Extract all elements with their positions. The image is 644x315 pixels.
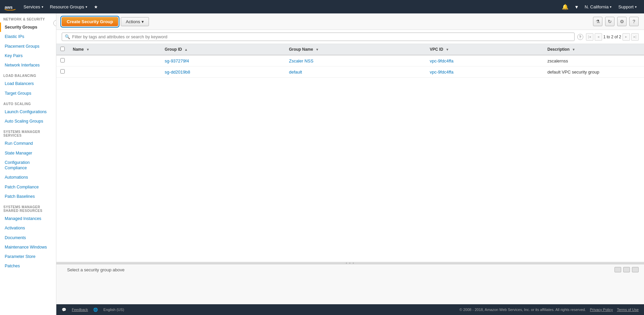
cell-description: default VPC security group xyxy=(543,66,644,78)
cell-group-name[interactable]: Zscaler NSS xyxy=(285,55,426,66)
search-input-wrap: 🔍 xyxy=(62,33,575,41)
table-row[interactable]: sg-dd2019b8defaultvpc-9fdc4ffadefault VP… xyxy=(56,66,644,78)
name-sort-icon: ▼ xyxy=(86,48,90,51)
col-group-name-label: Group Name xyxy=(289,47,313,52)
detail-view-icon-1[interactable] xyxy=(614,267,621,272)
sidebar-item-run-command[interactable]: Run Command xyxy=(0,139,56,148)
search-bar: 🔍 ? |◂ ◂ 1 to 2 of 2 ▸ ▸| xyxy=(56,30,644,44)
refresh-icon-btn[interactable]: ↻ xyxy=(605,17,614,26)
col-name[interactable]: Name ▼ xyxy=(69,44,161,55)
cell-group-id[interactable]: sg-dd2019b8 xyxy=(161,66,285,78)
sidebar-section-label: AUTO SCALING xyxy=(0,98,56,107)
actions-button[interactable]: Actions ▾ xyxy=(121,17,149,26)
sidebar-item-patches[interactable]: Patches xyxy=(0,261,56,271)
sidebar-item-network-interfaces[interactable]: Network Interfaces xyxy=(0,60,56,70)
sidebar-item-patch-baselines[interactable]: Patch Baselines xyxy=(0,192,56,201)
sidebar-item-target-groups[interactable]: Target Groups xyxy=(0,89,56,98)
pagination-text: 1 to 2 of 2 xyxy=(603,35,621,39)
sidebar-item-launch-configs[interactable]: Launch Configurations xyxy=(0,107,56,117)
nav-region[interactable]: N. California ▾ xyxy=(581,0,615,13)
search-help-icon[interactable]: ? xyxy=(577,34,583,40)
table-row[interactable]: sg-937279f4Zscaler NSSvpc-9fdc4ffazscale… xyxy=(56,55,644,66)
sidebar-item-security-groups[interactable]: Security Groups xyxy=(0,22,56,32)
pagination-last-btn[interactable]: ▸| xyxy=(631,33,639,41)
col-group-id[interactable]: Group ID ▲ xyxy=(161,44,285,55)
pagination-first-btn[interactable]: |◂ xyxy=(586,33,593,41)
help-icon-btn[interactable]: ? xyxy=(629,17,639,26)
detail-view-icon-3[interactable] xyxy=(632,267,639,272)
bookmark-icon: ★ xyxy=(94,4,98,9)
toolbar-icons: ⚗ ↻ ⚙ ? xyxy=(593,17,639,26)
col-group-name[interactable]: Group Name ▼ xyxy=(285,44,426,55)
sidebar-section-label: LOAD BALANCING xyxy=(0,70,56,79)
sidebar-item-automations[interactable]: Automations xyxy=(0,173,56,182)
sidebar-item-state-manager[interactable]: State Manager xyxy=(0,148,56,158)
select-all-checkbox[interactable] xyxy=(60,47,65,51)
sidebar-section-label: NETWORK & SECURITY xyxy=(0,13,56,22)
sidebar-item-key-pairs[interactable]: Key Pairs xyxy=(0,51,56,60)
top-nav: aws Services ▾ Resource Groups ▾ ★ 🔔 ▾ N… xyxy=(0,0,644,13)
sidebar-item-activations[interactable]: Activations xyxy=(0,223,56,233)
sidebar-section-label: SYSTEMS MANAGER SHARED RESOURCES xyxy=(0,201,56,214)
sidebar-item-documents[interactable]: Documents xyxy=(0,233,56,242)
col-description-label: Description xyxy=(547,47,570,52)
sidebar-item-maintenance-windows[interactable]: Maintenance Windows xyxy=(0,242,56,252)
flask-icon-btn[interactable]: ⚗ xyxy=(593,17,602,26)
layout: ‹ NETWORK & SECURITYSecurity GroupsElast… xyxy=(0,13,644,315)
sidebar-item-parameter-store[interactable]: Parameter Store xyxy=(0,252,56,261)
header-checkbox-col xyxy=(56,44,69,55)
globe-icon: 🌐 xyxy=(93,308,98,312)
nav-resource-groups[interactable]: Resource Groups ▾ xyxy=(47,0,91,13)
privacy-policy-link[interactable]: Privacy Policy xyxy=(590,308,613,312)
sidebar-item-placement-groups[interactable]: Placement Groups xyxy=(0,42,56,51)
row-checkbox[interactable] xyxy=(60,58,65,62)
nav-chevron-down[interactable]: ▾ xyxy=(572,0,581,13)
sidebar-item-load-balancers[interactable]: Load Balancers xyxy=(0,79,56,88)
settings-icon-btn[interactable]: ⚙ xyxy=(617,17,627,26)
row-checkbox-cell xyxy=(56,66,69,78)
group-id-sort-icon: ▲ xyxy=(184,48,188,51)
detail-panel: Select a security group above xyxy=(56,264,644,304)
group-name-sort-icon: ▼ xyxy=(316,48,319,51)
vpc-id-sort-icon: ▼ xyxy=(446,48,449,51)
support-chevron-icon: ▾ xyxy=(635,5,637,9)
terms-of-use-link[interactable]: Terms of Use xyxy=(617,308,639,312)
nav-services[interactable]: Services ▾ xyxy=(20,0,47,13)
pagination-next-btn[interactable]: ▸ xyxy=(623,33,630,41)
sidebar: ‹ NETWORK & SECURITYSecurity GroupsElast… xyxy=(0,13,56,315)
sidebar-item-managed-instances[interactable]: Managed Instances xyxy=(0,214,56,223)
nav-bookmark[interactable]: ★ xyxy=(91,0,101,13)
sidebar-item-auto-scaling-groups[interactable]: Auto Scaling Groups xyxy=(0,117,56,126)
col-group-id-label: Group ID xyxy=(165,47,182,52)
search-icon: 🔍 xyxy=(65,34,70,39)
feedback-link[interactable]: Feedback xyxy=(72,308,88,312)
pagination-prev-btn[interactable]: ◂ xyxy=(595,33,602,41)
detail-panel-header: Select a security group above xyxy=(56,264,644,275)
col-vpc-id[interactable]: VPC ID ▼ xyxy=(426,44,543,55)
sidebar-item-elastic-ips[interactable]: Elastic IPs xyxy=(0,32,56,41)
sidebar-item-configuration-compliance[interactable]: Configuration Compliance xyxy=(0,158,56,173)
security-groups-table: Name ▼ Group ID ▲ Group Name ▼ VPC ID xyxy=(56,44,644,78)
language-label: English (US) xyxy=(103,308,124,312)
cell-vpc-id[interactable]: vpc-9fdc4ffa xyxy=(426,66,543,78)
desc-dropdown-icon: ▼ xyxy=(572,48,575,51)
detail-view-icon-2[interactable] xyxy=(623,267,630,272)
sidebar-item-patch-compliance[interactable]: Patch Compliance xyxy=(0,182,56,192)
row-checkbox[interactable] xyxy=(60,69,65,74)
cell-vpc-id[interactable]: vpc-9fdc4ffa xyxy=(426,55,543,66)
pagination: |◂ ◂ 1 to 2 of 2 ▸ ▸| xyxy=(586,33,639,41)
table-header-row: Name ▼ Group ID ▲ Group Name ▼ VPC ID xyxy=(56,44,644,55)
aws-logo[interactable]: aws xyxy=(4,3,16,11)
region-chevron-icon: ▾ xyxy=(610,5,611,9)
sidebar-section-label: SYSTEMS MANAGER SERVICES xyxy=(0,126,56,139)
bell-icon-btn[interactable]: 🔔 xyxy=(558,0,572,13)
cell-group-id[interactable]: sg-937279f4 xyxy=(161,55,285,66)
actions-chevron-icon: ▾ xyxy=(142,19,144,24)
cell-group-name[interactable]: default xyxy=(285,66,426,78)
col-description[interactable]: Description ▼ xyxy=(543,44,644,55)
search-input[interactable] xyxy=(72,34,572,39)
create-security-group-button[interactable]: Create Security Group xyxy=(62,17,118,26)
services-chevron-icon: ▾ xyxy=(42,5,43,9)
nav-support[interactable]: Support ▾ xyxy=(615,0,640,13)
row-checkbox-cell xyxy=(56,55,69,66)
